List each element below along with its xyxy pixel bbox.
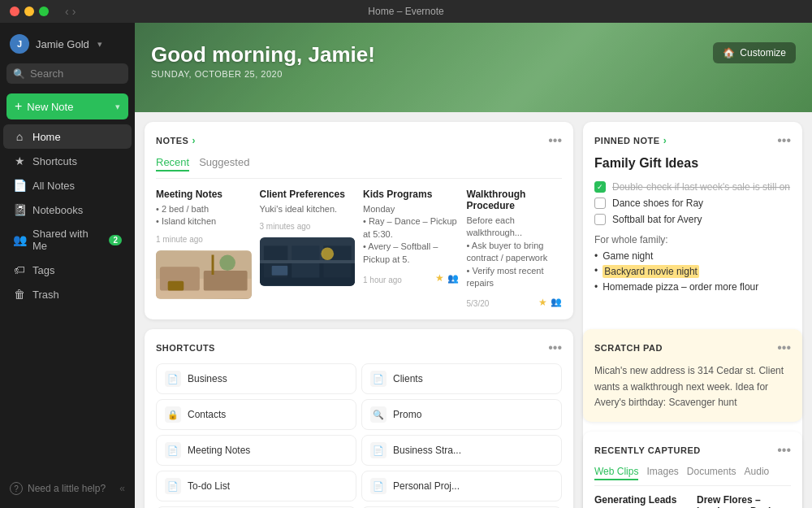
note-item[interactable]: Walkthrough Procedure Before each walkth… [467,189,563,308]
help-button[interactable]: ? Need a little help? « [0,475,135,501]
sidebar: J Jamie Gold ▾ 🔍 Search + New Note ▾ ⌂ H… [0,23,135,508]
bullet-text: Backyard movie night [603,265,699,278]
recent-menu[interactable]: ••• [777,443,791,458]
minimize-button[interactable] [24,7,34,16]
tab-documents[interactable]: Documents [687,466,736,480]
shortcut-label: Clients [393,373,423,384]
recent-tabs: Web Clips Images Documents Audio [594,466,791,486]
notes-arrow[interactable]: › [192,135,196,146]
scratch-menu[interactable]: ••• [777,341,791,355]
recent-item-title: Drew Flores – Landscape Design [697,494,791,508]
bullet-text: Game night [603,250,653,262]
scratch-content[interactable]: Micah's new address is 314 Cedar st. Cli… [594,363,791,410]
pinned-arrow[interactable]: › [663,135,667,146]
pinned-section-label: For whole family: [594,234,791,245]
sidebar-item-all-notes[interactable]: 📄 All Notes [3,173,132,198]
shortcut-item[interactable]: 📄 Business Stra... [361,435,562,466]
shortcut-item[interactable]: 📄 Clients [361,363,562,394]
tab-audio[interactable]: Audio [745,466,770,480]
shortcut-item[interactable]: 📄 Personal Proj... [361,471,562,501]
new-note-button[interactable]: + New Note ▾ [6,93,128,119]
checkbox[interactable] [594,214,606,225]
shared-people-icon: 👥 [447,273,459,284]
recent-item[interactable]: Generating Leads Market fluctuations dwi… [594,494,689,508]
pinned-note-title: Family Gift Ideas [594,156,791,171]
checklist-text: Double-check if last week's sale is stil… [612,181,790,193]
checklist-text: Softball bat for Avery [612,214,702,225]
search-button[interactable]: 🔍 Search [6,63,128,84]
tab-recent[interactable]: Recent [156,156,189,172]
shortcut-item[interactable]: 📄 Meeting Notes [156,435,356,466]
tab-images[interactable]: Images [646,466,678,480]
sidebar-item-home[interactable]: ⌂ Home [3,124,132,149]
pinned-title-section: PINNED NOTE › [594,135,667,146]
shortcut-item[interactable]: 🔍 Promo [361,399,562,430]
tab-web-clips[interactable]: Web Clips [594,466,638,480]
notes-menu[interactable]: ••• [548,133,562,148]
note-item[interactable]: Kids Programs Monday • Ray – Dance – Pic… [363,189,459,308]
sidebar-item-label: Shared with Me [32,228,102,252]
note-bullet: • Ask buyer to bring contract / paperwor… [467,240,563,265]
checkbox[interactable] [594,198,606,209]
sidebar-item-label: All Notes [32,180,75,192]
notes-card: NOTES › ••• Recent Suggested Meeting Not… [145,122,573,319]
note-time: 1 minute ago [156,235,252,244]
sidebar-item-notebooks[interactable]: 📓 Notebooks [3,198,132,222]
shortcuts-menu[interactable]: ••• [548,341,562,355]
note-bullet: • Island kitchen [156,215,252,228]
bullet-dot: • [594,265,598,276]
tab-suggested[interactable]: Suggested [199,156,249,172]
shortcut-item[interactable]: 🔒 Contacts [156,399,356,430]
shortcut-item[interactable]: 📄 To-do List [156,471,356,501]
shared-people-icon: 👥 [551,297,562,307]
avatar: J [10,34,29,54]
note-content: Before each walkthrough... • Ask buyer t… [467,215,563,289]
notes-grid: Meeting Notes • 2 bed / bath • Island ki… [156,189,562,308]
note-footer: 1 hour ago ★ 👥 [363,272,459,284]
pinned-menu[interactable]: ••• [777,133,791,148]
close-button[interactable] [10,7,19,16]
note-item[interactable]: Client Preferences Yuki's ideal kitchen.… [260,189,356,308]
scratch-header: SCRATCH PAD ••• [594,341,791,355]
note-content: Monday • Ray – Dance – Pickup at 5:30. •… [363,203,459,266]
bullet-item: • Game night [594,249,791,263]
forward-arrow[interactable]: › [72,5,76,18]
shared-icon: 👥 [13,233,26,246]
sidebar-item-trash[interactable]: 🗑 Trash [3,282,132,306]
svg-rect-4 [168,281,184,291]
content-area: NOTES › ••• Recent Suggested Meeting Not… [135,112,812,508]
sidebar-item-label: Shortcuts [32,155,77,167]
note-bullet: Monday [363,203,459,215]
collapse-icon[interactable]: « [119,483,125,494]
shortcut-icon: 📄 [370,442,387,458]
recent-item[interactable]: Drew Flores – Landscape Design Web Portf… [697,494,791,508]
shortcut-item[interactable]: 📄 Business [156,363,356,394]
checklist-text: Dance shoes for Ray [612,198,703,209]
bottom-left: SHORTCUTS ••• 📄 Business 📄 Clients [145,329,573,508]
note-bullet: • Avery – Softball – Pickup at 5. [363,241,459,266]
search-label: Search [30,67,63,80]
trash-icon: 🗑 [13,288,26,301]
shortcuts-header: SHORTCUTS ••• [156,341,562,355]
main-content: Good morning, Jamie! SUNDAY, OCTOBER 25,… [135,23,812,508]
bullet-text: Homemade pizza – order more flour [603,281,758,293]
username: Jamie Gold [36,38,89,50]
sidebar-item-shortcuts[interactable]: ★ Shortcuts [3,149,132,173]
fullscreen-button[interactable] [39,7,49,16]
svg-rect-12 [260,260,356,263]
help-label: Need a little help? [28,483,106,494]
sidebar-item-tags[interactable]: 🏷 Tags [3,258,132,282]
note-item[interactable]: Meeting Notes • 2 bed / bath • Island ki… [156,189,252,308]
customize-button[interactable]: 🏠 Customize [713,42,796,63]
note-bullet: Before each walkthrough... [467,215,563,240]
recent-item-title: Generating Leads [594,494,689,506]
back-arrow[interactable]: ‹ [65,5,69,18]
sidebar-item-shared[interactable]: 👥 Shared with Me 2 [3,222,132,258]
shortcut-label: Business Stra... [393,445,461,456]
checkbox[interactable]: ✓ [594,181,606,193]
note-bullet: Yuki's ideal kitchen. [260,203,356,215]
shortcut-label: Personal Proj... [393,480,460,492]
bullet-item: • Homemade pizza – order more flour [594,280,791,294]
shared-badge: 2 [109,235,122,245]
user-menu[interactable]: J Jamie Gold ▾ [0,29,135,59]
